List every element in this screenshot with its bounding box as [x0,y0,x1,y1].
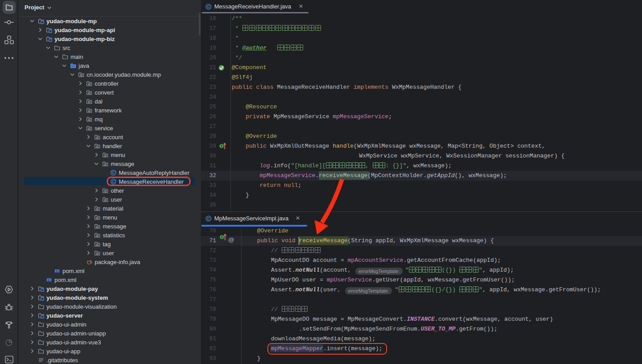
svg-text:m: m [46,277,52,283]
svg-text:C: C [207,216,210,221]
svg-text:m: m [54,268,60,274]
svg-text:C: C [207,4,210,9]
svg-text:C: C [112,170,115,175]
